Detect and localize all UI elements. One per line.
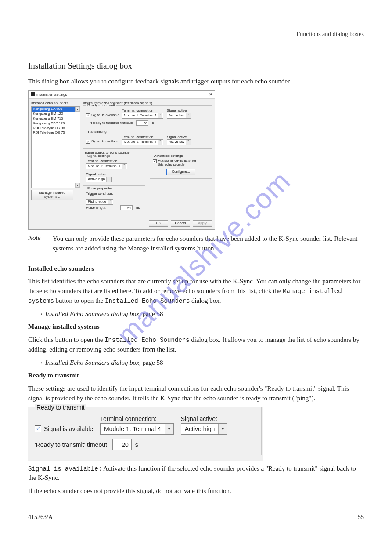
installed-sounders-listbox[interactable]: ▴ Kongsberg EA 600 Kongsberg EM 122 Kong… <box>31 106 80 188</box>
sigset-sigact-value: Active high <box>88 178 105 181</box>
checkbox-icon: ✓ <box>153 159 157 163</box>
ready-sigact-value: Active low <box>169 114 184 118</box>
chevron-down-icon: ˅ <box>158 113 162 118</box>
panel2-caption: Ready to transmit <box>35 404 86 411</box>
ok-button[interactable]: OK <box>149 220 168 227</box>
advanced-settings-frame: Advanced settings ✓ Additional GPTs exis… <box>150 156 212 179</box>
panel2-timeout-field[interactable]: 20 <box>112 439 132 450</box>
related-link-2: → Installed Echo Sounders dialog box, pa… <box>37 358 364 368</box>
sigset-sigact-select[interactable]: Active high ˅ <box>86 177 112 182</box>
scroll-up-icon[interactable]: ▴ <box>75 107 80 112</box>
page-header-space <box>28 26 364 31</box>
scroll-down-icon[interactable]: ▾ <box>75 183 80 188</box>
installed-heading: Installed echo sounders <box>28 264 364 274</box>
header-rule <box>28 53 364 53</box>
list-item[interactable]: RDI Teledyne OS 75 <box>32 131 80 135</box>
installed-sounders-label: Installed echo sounders <box>31 102 80 105</box>
ready-timeout-unit: s <box>152 121 154 125</box>
panel2-terminal-value: Module 1: Terminal 4 <box>101 425 165 432</box>
transmitting-signal-available-label: Signal is available <box>91 140 119 144</box>
manage-paragraph: Click this button to open the Installed … <box>28 335 364 355</box>
intro-text: This dialog box allows you to configure … <box>28 77 364 87</box>
chevron-down-icon: ˅ <box>106 177 111 182</box>
ready-sigact-label: Signal active: <box>167 109 191 113</box>
panel2-signal-available-checkbox[interactable]: ✓ Signal is available <box>35 425 93 432</box>
ready-timeout-field[interactable]: 20 <box>136 120 148 126</box>
transmitting-signal-available-checkbox[interactable]: ✓ Signal is available <box>86 140 119 144</box>
rtt-paragraph: These settings are used to identify the … <box>28 384 364 403</box>
transmitting-terminal-select[interactable]: Module 1: Terminal 4 ˅ <box>122 139 163 145</box>
note-label: Note <box>28 234 47 242</box>
close-icon[interactable]: ✕ <box>209 92 212 97</box>
list-item[interactable]: Kongsberg SBP 120 <box>32 121 80 126</box>
footer-pagenum: 55 <box>358 514 364 521</box>
ready-terminal-label: Terminal connection: <box>122 109 163 113</box>
transmitting-caption: Transmitting <box>86 130 108 134</box>
dialog-title: Installation Settings <box>36 93 67 97</box>
transmitting-sigact-value: Active low <box>169 140 184 144</box>
ready-to-transmit-frame: Ready to transmit ✓ Signal is available … <box>83 105 212 129</box>
plen-unit: ns <box>136 206 140 210</box>
list-item[interactable]: RDI Teledyne OS 38 <box>32 126 80 131</box>
list-item[interactable]: Kongsberg EA 600 <box>32 107 80 112</box>
transmitting-terminal-label: Terminal connection: <box>122 135 163 139</box>
ready-caption: Ready to transmit <box>86 104 116 108</box>
sigset-terminal-select[interactable]: Module 1: Terminal 1 ˅ <box>86 163 127 169</box>
signal-available-definition: Signal is available: Activate this funct… <box>28 464 364 483</box>
related-link-1: → Installed Echo Sounders dialog box, pa… <box>37 309 364 319</box>
trigcond-label: Trigger condition: <box>86 192 117 196</box>
sigset-sigact-label: Signal active: <box>86 173 112 177</box>
section-title: Installation Settings dialog box <box>28 61 364 71</box>
ready-terminal-value: Module 1: Terminal 4 <box>124 114 156 118</box>
panel2-timeout-label: 'Ready to transmit' timeout: <box>35 441 109 448</box>
checkbox-icon: ✓ <box>35 425 41 432</box>
advanced-caption: Advanced settings <box>153 154 184 158</box>
panel2-terminal-select[interactable]: Module 1: Terminal 4 ▼ <box>100 423 174 435</box>
sigset-terminal-value: Module 1: Terminal 1 <box>88 164 120 168</box>
chevron-down-icon: ˅ <box>122 164 126 169</box>
trigcond-value: Rising edge <box>88 200 106 204</box>
additional-gpts-label: Additional GPTs exist for this echo soun… <box>158 159 198 167</box>
signal-available-definition-2: If the echo sounder does not provide thi… <box>28 486 364 496</box>
transmitting-sigact-select[interactable]: Active low ˅ <box>167 139 191 145</box>
chevron-down-icon: ˅ <box>186 140 191 145</box>
ready-signal-available-label: Signal is available <box>91 113 119 117</box>
ready-sigact-select[interactable]: Active low ˅ <box>167 113 191 119</box>
plen-label: Pulse length: <box>86 206 117 210</box>
panel2-timeout-unit: s <box>135 441 138 448</box>
ready-timeout-label: 'Ready to transmit' timeout: <box>90 121 133 125</box>
pulse-caption: Pulse properties <box>86 187 114 191</box>
chevron-down-icon: ˅ <box>186 113 191 118</box>
ready-terminal-select[interactable]: Module 1: Terminal 4 ˅ <box>122 113 163 119</box>
pulse-properties-frame: Pulse properties Trigger condition: Risi… <box>83 189 145 214</box>
ready-to-transmit-panel: Ready to transmit ✓ Signal is available … <box>28 407 263 461</box>
sigset-terminal-label: Terminal connection: <box>86 160 127 163</box>
panel2-terminal-label: Terminal connection: <box>100 415 174 422</box>
signal-settings-caption: Signal settings <box>86 154 111 158</box>
manage-heading: Manage installed systems <box>28 322 364 332</box>
trigcond-select[interactable]: Rising edge ˅ <box>86 199 113 205</box>
panel2-sigact-value: Active high <box>181 425 218 432</box>
installation-settings-dialog: Installation Settings ✕ Installed echo s… <box>28 90 215 230</box>
transmitting-frame: Transmitting ✓ Signal is available Termi… <box>83 132 212 149</box>
ready-signal-available-checkbox[interactable]: ✓ Signal is available <box>86 113 119 117</box>
chevron-down-icon: ▼ <box>218 424 227 434</box>
list-item[interactable]: Kongsberg EM 122 <box>32 112 80 116</box>
chevron-down-icon: ˅ <box>108 200 112 204</box>
installed-paragraph: This list identifies the echo sounders t… <box>28 277 364 305</box>
plen-field[interactable]: 51 <box>120 205 133 210</box>
list-item[interactable]: Kongsberg EM 710 <box>32 116 80 121</box>
panel2-sigact-select[interactable]: Active high ▼ <box>181 423 227 435</box>
manage-installed-systems-button[interactable]: Manage installed systems... <box>31 190 73 200</box>
signal-settings-frame: Signal settings Terminal connection: Mod… <box>83 156 145 185</box>
footer-docid: 415263/A <box>28 514 53 521</box>
cancel-button[interactable]: Cancel <box>171 220 190 227</box>
configure-button[interactable]: Configure... <box>166 169 195 175</box>
header-text: Functions and dialog boxes <box>28 31 364 38</box>
apply-button[interactable]: Apply <box>193 220 212 227</box>
chevron-down-icon: ▼ <box>165 424 173 434</box>
panel2-sigact-label: Signal active: <box>181 415 227 422</box>
additional-gpts-checkbox[interactable]: ✓ Additional GPTs exist for this echo so… <box>153 159 198 167</box>
app-icon <box>31 92 35 96</box>
panel2-cb-label: Signal is available <box>44 425 93 432</box>
